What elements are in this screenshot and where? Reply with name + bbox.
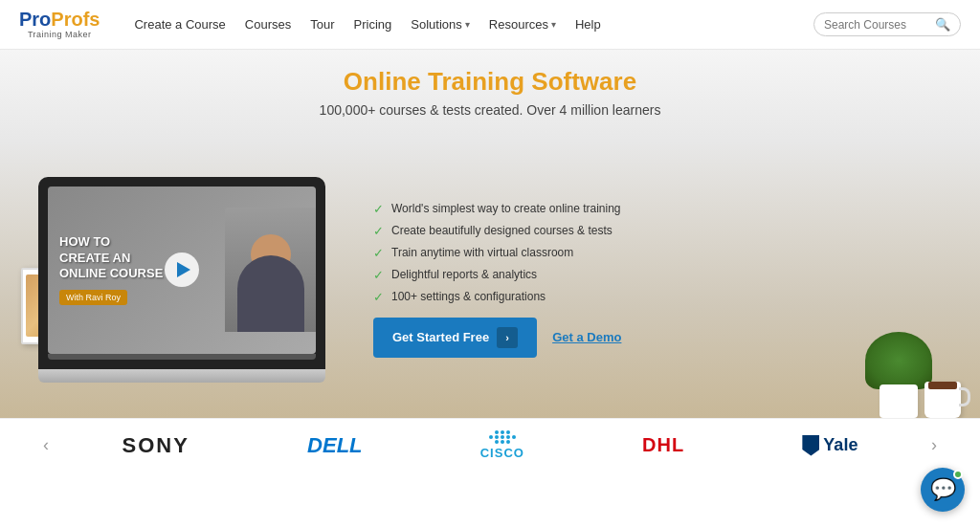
- nav-tour[interactable]: Tour: [302, 13, 342, 35]
- coffee-liquid: [928, 382, 957, 389]
- logos-bar: ‹ SONY DELL: [0, 418, 980, 472]
- hero-content: HOW TO CREATE AN ONLINE COURSE With Ravi…: [0, 141, 980, 418]
- laptop-screen: HOW TO CREATE AN ONLINE COURSE With Ravi…: [48, 187, 316, 354]
- chat-button[interactable]: 💬: [921, 468, 965, 512]
- instructor-badge: With Ravi Roy: [59, 290, 127, 305]
- play-button[interactable]: [165, 253, 199, 287]
- search-input[interactable]: [824, 18, 929, 32]
- check-icon-5: ✓: [373, 290, 384, 304]
- check-icon-3: ✓: [373, 246, 384, 260]
- solutions-dropdown-icon: ▾: [465, 19, 470, 30]
- cta-buttons: Get Started Free › Get a Demo: [373, 318, 942, 358]
- chat-online-dot: [953, 470, 963, 479]
- plant-decoration: [865, 332, 932, 418]
- plant-leaves: [865, 332, 932, 389]
- cisco-logo: CISCO: [461, 430, 544, 460]
- laptop: HOW TO CREATE AN ONLINE COURSE With Ravi…: [38, 177, 325, 369]
- logo-subtitle: Training Maker: [28, 30, 92, 39]
- coffee-mug: [924, 376, 961, 418]
- feature-item-2: ✓ Create beautifully designed courses & …: [373, 224, 942, 238]
- hero-subtitle: 100,000+ courses & tests created. Over 4…: [19, 102, 961, 118]
- logo-pro: Pro: [19, 9, 51, 30]
- search-icon: 🔍: [935, 17, 950, 32]
- plant-pot: [880, 384, 918, 418]
- feature-item-3: ✓ Train anytime with virtual classroom: [373, 246, 942, 260]
- search-box[interactable]: 🔍: [813, 12, 961, 36]
- sony-logo: SONY: [103, 433, 209, 458]
- yale-logo: Yale: [783, 435, 877, 456]
- play-triangle-icon: [177, 262, 190, 277]
- logos-next-button[interactable]: ›: [917, 435, 951, 455]
- feature-item-4: ✓ Delightful reports & analytics: [373, 268, 942, 282]
- check-icon-4: ✓: [373, 268, 384, 282]
- nav-create-course[interactable]: Create a Course: [126, 13, 233, 35]
- check-icon-1: ✓: [373, 202, 384, 216]
- chat-icon: 💬: [930, 477, 956, 502]
- logo[interactable]: ProProfs Training Maker: [19, 10, 100, 39]
- person-body: [237, 255, 304, 332]
- hero-header: Online Training Software 100,000+ course…: [0, 50, 980, 141]
- cisco-dots: [480, 430, 524, 444]
- nav-courses[interactable]: Courses: [237, 13, 299, 35]
- nav-help[interactable]: Help: [568, 13, 609, 35]
- laptop-container: HOW TO CREATE AN ONLINE COURSE With Ravi…: [38, 177, 345, 383]
- logo-profs: Profs: [51, 9, 100, 30]
- get-demo-button[interactable]: Get a Demo: [552, 330, 621, 344]
- features-list: ✓ World's simplest way to create online …: [373, 202, 942, 358]
- header: ProProfs Training Maker Create a Course …: [0, 0, 980, 50]
- instructor-image: [225, 208, 316, 332]
- yale-shield-icon: [802, 435, 819, 456]
- check-icon-2: ✓: [373, 224, 384, 238]
- feature-item-1: ✓ World's simplest way to create online …: [373, 202, 942, 216]
- chevron-right-icon: ›: [497, 327, 518, 348]
- nav-solutions[interactable]: Solutions ▾: [403, 13, 477, 35]
- nav-resources[interactable]: Resources ▾: [481, 13, 564, 35]
- laptop-keyboard: [48, 354, 316, 360]
- dell-logo: DELL: [288, 433, 381, 458]
- mug-handle: [959, 387, 970, 406]
- laptop-base: [38, 369, 325, 383]
- nav-pricing[interactable]: Pricing: [346, 13, 400, 35]
- get-started-button[interactable]: Get Started Free ›: [373, 318, 537, 358]
- resources-dropdown-icon: ▾: [551, 19, 556, 30]
- main-nav: Create a Course Courses Tour Pricing Sol…: [126, 13, 813, 35]
- logos-prev-button[interactable]: ‹: [29, 435, 63, 455]
- hero-title: Online Training Software: [19, 67, 961, 97]
- dhl-logo: DHL: [623, 434, 703, 456]
- feature-item-5: ✓ 100+ settings & configurations: [373, 290, 942, 304]
- mug-body: [924, 382, 961, 418]
- brand-logos: SONY DELL: [63, 430, 917, 460]
- hero-section: Online Training Software 100,000+ course…: [0, 50, 980, 418]
